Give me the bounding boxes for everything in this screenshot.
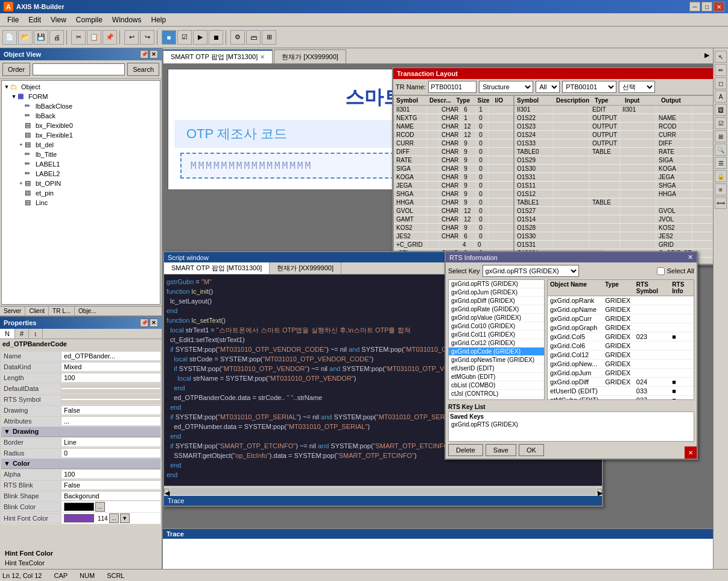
rts-right-row[interactable]: gxGrid.Col12GRIDEX <box>548 351 694 360</box>
rts-bottom-close[interactable]: ✕ <box>685 446 697 459</box>
tb-redo[interactable]: ↪ <box>140 30 154 45</box>
tree-item-lbtitle[interactable]: ✏ lb_Title <box>3 150 159 159</box>
rts-list-row[interactable]: gxGrid.opJum (GRIDEX) <box>449 288 544 297</box>
rts-right-row[interactable]: gxGrid.opNew...GRIDEX <box>548 360 694 369</box>
close-button[interactable]: ✕ <box>714 2 724 11</box>
prop-value[interactable] <box>62 399 160 400</box>
tb-check[interactable]: ☑ <box>177 30 192 45</box>
minimize-button[interactable]: ─ <box>689 2 700 11</box>
tb-db[interactable]: 🗃 <box>246 30 261 45</box>
rts-list-row[interactable]: gxGrid.opNewsTime (GRIDEX) <box>449 356 544 364</box>
rts-list-row[interactable]: etMGubn (EDIT) <box>449 373 544 381</box>
grid-row[interactable]: +C_GRID40 <box>394 241 513 249</box>
tree-item-linc[interactable]: ▤ Linc <box>3 198 159 208</box>
tree-item-bxflexible1[interactable]: ▤ bx_Flexible1 <box>3 130 159 140</box>
tab-hyunjae[interactable]: 현재가 [XX999900] <box>274 49 346 63</box>
tb-build[interactable]: ■ <box>162 30 176 45</box>
rts-close[interactable]: ✕ <box>688 253 693 261</box>
rt-dist-tool[interactable]: ⟺ <box>715 197 727 209</box>
close-props-button[interactable]: ✕ <box>150 319 158 327</box>
grid-row[interactable]: O1S28KOS2 <box>514 224 713 232</box>
grid-row[interactable]: II301EDITII301 <box>514 106 713 114</box>
tree-item-lbback[interactable]: ✏ lbBack <box>3 111 159 121</box>
menu-view[interactable]: View <box>46 14 71 25</box>
trl-tab[interactable]: TR L... <box>49 306 75 316</box>
select-btn[interactable]: 선택 <box>619 81 655 93</box>
tb-print[interactable]: 🖨 <box>49 30 64 45</box>
tb-new[interactable]: 📄 <box>2 30 17 45</box>
hint-color-button[interactable]: ... <box>109 513 119 523</box>
props-tab-sort[interactable]: ↕ <box>29 329 43 338</box>
grid-row[interactable]: HHGACHAR90 <box>394 198 513 207</box>
server-tab[interactable]: Server <box>0 306 25 316</box>
rts-right-row[interactable]: gxGrid.opGraphGRIDEX <box>548 323 694 332</box>
rts-list-row[interactable]: ctJsl (CONTROL) <box>449 390 544 398</box>
props-tab-n[interactable]: N <box>0 329 15 338</box>
order-button[interactable]: Order <box>2 63 30 76</box>
scroll-right-btn[interactable]: ▶ <box>597 489 602 494</box>
rts-list-row[interactable]: gxGrid.Col12 (GRIDEX) <box>449 339 544 348</box>
grid-row[interactable]: O1S33OUTPUTDIFF <box>514 139 713 148</box>
grid-row[interactable]: JEGACHAR90 <box>394 182 513 190</box>
grid-row[interactable]: O1S30KOGA <box>514 165 713 173</box>
rts-right-row[interactable]: etUserID (EDIT)033■ <box>548 387 694 396</box>
grid-row[interactable]: GVOLCHAR120 <box>394 207 513 215</box>
rts-save-button[interactable]: Save <box>486 444 516 456</box>
grid-row[interactable]: O1S24OUTPUTCURR <box>514 131 713 139</box>
rt-align-tool[interactable]: ≡ <box>715 183 727 195</box>
grid-row[interactable]: O1S23OUTPUTRCOD <box>514 122 713 131</box>
close-panel-button[interactable]: ✕ <box>150 50 158 59</box>
menu-edit[interactable]: Edit <box>24 14 46 25</box>
hint-color-swatch[interactable] <box>64 514 94 522</box>
tab-smart-otp[interactable]: SMART OTP 팝업 [MT31300] ✕ <box>163 49 273 63</box>
rt-lock-tool[interactable]: 🔒 <box>715 170 727 182</box>
tree-item-form[interactable]: ▼ ▦ FORM <box>3 92 159 101</box>
script-tab-2[interactable]: 현재가 [XX999900] <box>270 262 341 274</box>
grid-row[interactable]: O1S22OUTPUTNAME <box>514 114 713 122</box>
rts-list-row[interactable]: gxGrid.opDiff (GRIDEX) <box>449 297 544 305</box>
grid-row[interactable]: RATECHAR90 <box>394 156 513 165</box>
tb-run[interactable]: ▶ <box>193 30 207 45</box>
grid-row[interactable]: O1S11SHGA <box>514 182 713 190</box>
grid-row[interactable]: NEXTGCHAR10 <box>394 114 513 122</box>
scroll-left-btn[interactable]: ◀ <box>164 489 169 494</box>
maximize-button[interactable]: □ <box>701 2 712 11</box>
grid-row[interactable]: GAMTCHAR120 <box>394 215 513 224</box>
grid-row[interactable]: O1S29SIGA <box>514 156 713 165</box>
prop-value[interactable]: ... <box>62 417 160 425</box>
grid-row[interactable]: II301CHAR61 <box>394 106 513 114</box>
grid-row[interactable]: TABLE0TABLERATE <box>514 148 713 156</box>
tb-paste[interactable]: 📌 <box>103 30 117 45</box>
tb-open[interactable]: 📂 <box>18 30 33 45</box>
ptb-select[interactable]: PTB00101 <box>562 81 616 93</box>
grid-row[interactable]: JES2CHAR60 <box>394 232 513 241</box>
grid-row[interactable]: DIFFCHAR90 <box>394 148 513 156</box>
rts-list-row[interactable]: etGubn (EDIT) <box>449 398 544 400</box>
tree-item-bxflexible0[interactable]: ▤ bx_Flexible0 <box>3 121 159 130</box>
rts-select-key[interactable]: gxGrid.opRTS (GRIDEX) <box>483 265 579 277</box>
client-tab[interactable]: Client <box>25 306 49 316</box>
tb-undo[interactable]: ↩ <box>124 30 139 45</box>
tb-save[interactable]: 💾 <box>34 30 48 45</box>
tree-item-etpin[interactable]: ▤ et_pin <box>3 188 159 198</box>
rts-right-row[interactable]: gxGrid.opDiffGRIDEX024■ <box>548 378 694 387</box>
tree-item-label1[interactable]: ✏ LABEL1 <box>3 159 159 169</box>
script-tab-1[interactable]: SMART OTP 팝업 [MT031300] <box>164 262 270 274</box>
rts-right-row[interactable]: gxGrid.opRankGRIDEX <box>548 296 694 305</box>
pin-button[interactable]: 📌 <box>140 50 148 59</box>
obj-tab[interactable]: Obje... <box>75 306 100 316</box>
rt-select-tool[interactable]: ◻ <box>715 77 727 89</box>
grid-row[interactable]: RCODCHAR120 <box>394 131 513 139</box>
rt-zoom-tool[interactable]: 🔍 <box>715 144 727 156</box>
prop-value[interactable]: ... <box>62 501 160 512</box>
grid-row[interactable]: SIGACHAR90 <box>394 165 513 173</box>
rts-list-row[interactable]: cbList (COMBO) <box>449 381 544 390</box>
prop-value[interactable]: 100 <box>62 470 160 478</box>
tr-name-input[interactable] <box>428 81 476 93</box>
rts-right-row[interactable]: gxGrid.opCurrGRIDEX <box>548 314 694 323</box>
search-button[interactable]: Search <box>127 63 159 76</box>
grid-row[interactable]: O1S31GRID <box>514 241 713 249</box>
prop-value[interactable] <box>62 388 160 389</box>
grid-row[interactable]: KOS2CHAR90 <box>394 224 513 232</box>
rts-right-row[interactable]: etMGubn (EDIT)027■ <box>548 396 694 400</box>
